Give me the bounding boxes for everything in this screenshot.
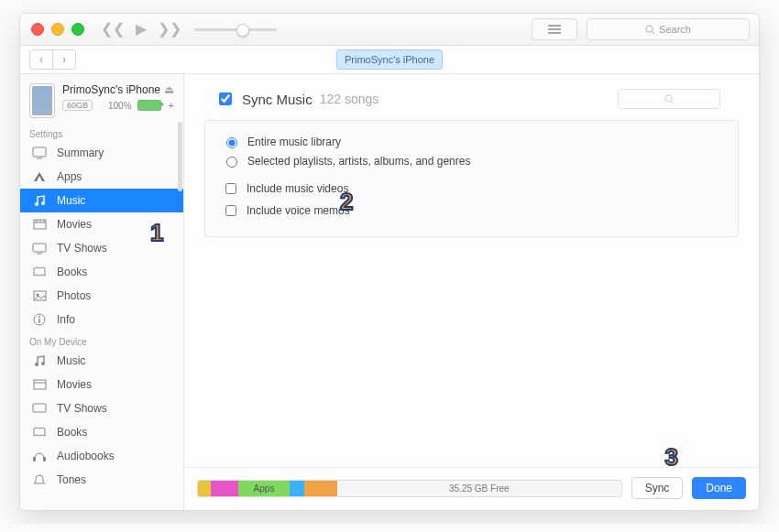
sidebar-item-label: TV Shows <box>57 242 107 255</box>
sidebar-item-label: Summary <box>57 147 104 159</box>
capacity-bar: Apps 35.25 GB Free <box>197 480 622 497</box>
capseg-blue <box>290 481 304 496</box>
sidebar-item-label: Tones <box>57 473 86 486</box>
sidebar-item-books[interactable]: Books <box>20 260 183 284</box>
check-videos-label: Include music videos <box>247 182 348 195</box>
nav-forward-icon[interactable]: › <box>52 50 75 69</box>
sidebar-item-photos[interactable]: Photos <box>20 284 183 308</box>
capseg-yellow <box>198 481 211 496</box>
main-pane: Sync Music 122 songs Entire music librar… <box>184 74 759 510</box>
list-icon <box>547 24 562 35</box>
done-button[interactable]: Done <box>692 477 746 499</box>
device-tab-label: PrimoSync's iPhone <box>345 54 434 65</box>
close-icon[interactable] <box>31 23 44 36</box>
device-tab[interactable]: PrimoSync's iPhone <box>336 49 443 70</box>
tones-icon <box>31 473 48 486</box>
music-icon <box>31 194 48 207</box>
svg-point-3 <box>646 25 653 31</box>
nav-back-icon[interactable]: ‹ <box>30 50 52 69</box>
volume-slider[interactable] <box>194 28 277 31</box>
song-count: 122 songs <box>320 92 379 106</box>
ondevice-item-audiobooks[interactable]: Audiobooks <box>20 444 183 468</box>
battery-icon <box>137 100 161 111</box>
check-memos-input[interactable] <box>225 205 236 216</box>
sidebar-item-summary[interactable]: Summary <box>20 141 183 165</box>
radio-entire-input[interactable] <box>226 137 237 148</box>
movies-icon <box>31 379 48 390</box>
sidebar-item-movies[interactable]: Movies <box>20 212 183 236</box>
capseg-apps: Apps <box>238 481 290 496</box>
apps-icon <box>31 170 48 183</box>
battery-percent: 100% <box>108 101 132 111</box>
ondevice-item-movies[interactable]: Movies <box>20 373 183 396</box>
summary-icon <box>31 147 48 159</box>
ondevice-item-tones[interactable]: Tones <box>20 468 183 492</box>
sidebar-item-label: TV Shows <box>57 402 107 415</box>
sidebar-item-label: Apps <box>57 170 82 183</box>
books-icon <box>31 427 48 438</box>
sidebar-item-label: Books <box>57 266 87 278</box>
window-controls <box>20 23 84 36</box>
svg-marker-7 <box>34 172 45 181</box>
sidebar-item-label: Movies <box>57 218 92 231</box>
info-icon <box>31 313 48 326</box>
done-button-label: Done <box>706 482 732 494</box>
check-memos-label: Include voice memos <box>247 204 350 217</box>
sidebar-item-music[interactable]: Music <box>20 189 183 212</box>
check-videos-input[interactable] <box>225 183 236 194</box>
check-voice-memos[interactable]: Include voice memos <box>222 200 721 222</box>
itunes-window: ❮❮ ▶ ❯❯ Search ‹ › PrimoSync's iPhone <box>19 13 760 511</box>
device-capacity: 60GB <box>62 100 93 111</box>
panel-search-input[interactable] <box>618 89 720 109</box>
sidebar-item-label: Music <box>57 194 85 207</box>
sync-music-label: Sync Music <box>242 92 313 107</box>
svg-point-20 <box>38 316 40 318</box>
sidebar-item-label: Audiobooks <box>57 450 115 462</box>
radio-entire-label: Entire music library <box>247 136 341 148</box>
svg-rect-26 <box>33 404 46 412</box>
prev-track-icon[interactable]: ❮❮ <box>101 22 125 37</box>
books-icon <box>31 266 48 277</box>
svg-line-30 <box>671 101 674 103</box>
radio-entire-library[interactable]: Entire music library <box>222 132 721 151</box>
movies-icon <box>31 219 48 230</box>
search-icon <box>664 94 675 104</box>
svg-point-9 <box>41 201 45 205</box>
volume-knob[interactable] <box>236 24 249 37</box>
play-icon[interactable]: ▶ <box>136 22 147 37</box>
device-name: PrimoSync's iPhone <box>62 83 160 96</box>
radio-selected[interactable]: Selected playlists, artists, albums, and… <box>222 151 721 170</box>
sidebar-item-label: Music <box>57 354 85 367</box>
eject-icon[interactable]: ⏏ <box>164 83 174 96</box>
sidebar-item-info[interactable]: Info <box>20 308 183 331</box>
sidebar-item-label: Books <box>57 426 87 439</box>
svg-rect-27 <box>33 457 36 461</box>
minimize-icon[interactable] <box>51 23 64 36</box>
charging-icon: + <box>169 100 174 111</box>
check-music-videos[interactable]: Include music videos <box>222 178 721 200</box>
sidebar-item-label: Info <box>57 313 75 326</box>
search-placeholder: Search <box>659 24 691 35</box>
device-thumb-icon <box>29 83 55 118</box>
svg-rect-24 <box>34 380 46 389</box>
ondevice-item-tvshows[interactable]: TV Shows <box>20 396 183 420</box>
svg-point-8 <box>35 202 38 206</box>
svg-rect-5 <box>33 147 46 157</box>
music-icon <box>31 354 48 367</box>
sidebar: PrimoSync's iPhone ⏏ 60GB 100% + Setting… <box>20 74 184 510</box>
radio-selected-input[interactable] <box>226 157 237 168</box>
next-track-icon[interactable]: ❯❯ <box>158 22 181 37</box>
transport-controls: ❮❮ ▶ ❯❯ <box>101 22 181 37</box>
list-view-button[interactable] <box>532 18 577 40</box>
sync-button[interactable]: Sync <box>631 477 684 499</box>
svg-rect-15 <box>33 244 46 252</box>
maximize-icon[interactable] <box>71 23 84 36</box>
sync-music-checkbox[interactable] <box>219 92 232 105</box>
radio-selected-label: Selected playlists, artists, albums, and… <box>247 155 470 168</box>
ondevice-item-books[interactable]: Books <box>20 420 183 444</box>
ondevice-item-music[interactable]: Music <box>20 349 183 373</box>
nav-buttons: ‹ › <box>29 49 76 70</box>
sidebar-item-apps[interactable]: Apps <box>20 165 183 189</box>
search-input[interactable]: Search <box>587 18 750 40</box>
sidebar-item-tvshows[interactable]: TV Shows <box>20 236 183 260</box>
